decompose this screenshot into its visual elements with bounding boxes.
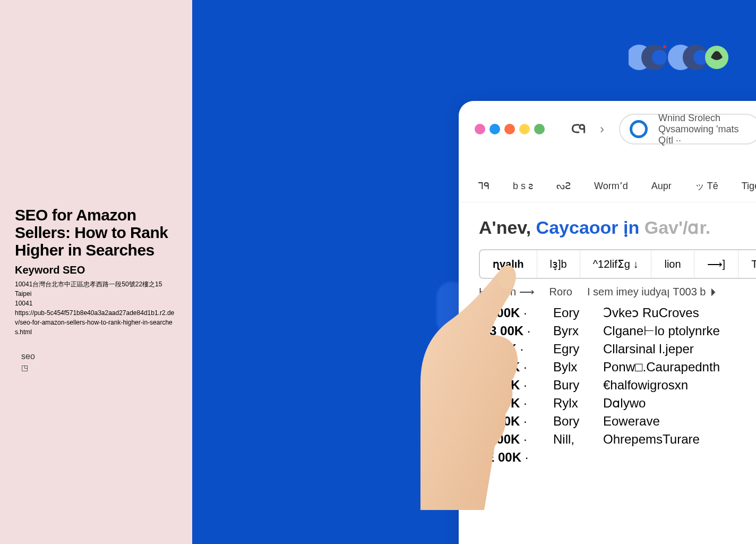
table-row: 32 00KBoryEowerave xyxy=(479,414,756,429)
page-title: SEO for Amazon Sellers: How to Rank High… xyxy=(15,206,177,259)
tab-item[interactable]: Aupr xyxy=(651,181,672,192)
address-bar[interactable]: Wnind Srolech Qvsamowing 'mats Qítl ·· xyxy=(619,114,756,144)
svg-point-3 xyxy=(663,45,666,48)
meta-item: I sem imey iudyaꞁ T003 b ⏵ xyxy=(587,285,719,298)
zip-line: 10041 xyxy=(15,299,177,308)
window-dots xyxy=(475,124,545,134)
table-row: 1.3 00KByrxClgane⊢lo ptolynrke xyxy=(479,324,756,338)
sidebar: SEO for Amazon Sellers: How to Rank High… xyxy=(0,0,192,544)
filter-item[interactable]: ^12lifƩg ↓ xyxy=(580,250,652,278)
tab-item[interactable]: ッ Tē xyxy=(695,180,718,192)
table-row: 17 00KRylxDɑlywo xyxy=(479,396,756,411)
tab-item[interactable]: b s ƨ xyxy=(513,180,533,192)
refresh-icon[interactable]: ᑕᑫ xyxy=(571,122,585,136)
tab-item[interactable]: Wormʼd xyxy=(594,180,628,192)
svg-point-2 xyxy=(652,50,667,65)
tag-seo: seo xyxy=(15,352,177,361)
meta-row: Hŀy oun ⟶ Roro I sem imey iudyaꞁ T003 b … xyxy=(479,285,756,298)
filter-item[interactable]: lɜ̞]b xyxy=(537,250,580,278)
page-subtitle: Keyword SEO xyxy=(15,264,177,276)
address-text: Wnind Srolech Qvsamowing 'mats Qítl ·· xyxy=(658,113,751,146)
dot-icon xyxy=(534,124,545,134)
search-heading: A'nev, Caycaoor iฺn Gav'/ɑr. xyxy=(479,213,756,242)
keyword-table: 68 00KEoryƆvkeɔ RuCroves 1.3 00KByrxClga… xyxy=(479,305,756,465)
city-line: Taipei xyxy=(15,289,177,299)
table-row: 8I 00KEgryCllarsinal l.jeper xyxy=(479,342,756,356)
tab-item[interactable]: ᒣᑫ xyxy=(478,180,489,192)
filter-item[interactable]: ⟶] xyxy=(694,250,739,278)
table-row: 32 00KBury€halfowigrosxn xyxy=(479,378,756,393)
loading-ring-icon xyxy=(630,120,648,138)
table-row: 8E 00K xyxy=(479,450,756,465)
table-row: 50 00KNill,OhrepemsTurare xyxy=(479,432,756,447)
table-row: 68 00KEoryƆvkeɔ RuCroves xyxy=(479,305,756,320)
hero-illustration: ᑕᑫ › Wnind Srolech Qvsamowing 'mats Qítl… xyxy=(192,0,756,544)
chevron-right-icon[interactable]: › xyxy=(600,122,604,137)
filter-item[interactable]: T|ƙ xyxy=(738,250,756,278)
logo-cluster xyxy=(629,41,729,73)
filter-item[interactable]: lion xyxy=(651,251,694,278)
meta-item: Roro xyxy=(549,286,572,298)
dot-icon xyxy=(519,124,530,134)
nav-tabs: ᒣᑫ b s ƨ ᔓƧ Wormʼd Aupr ッ Tē Tiger̀v, | … xyxy=(459,156,756,202)
tab-item[interactable]: Tiger̀v, xyxy=(742,180,756,192)
table-row: 80 00KBylxPonw□.Caurapednth xyxy=(479,360,756,375)
address-line: 10041台灣台北市中正區忠孝西路一段50號22樓之15 xyxy=(15,279,177,289)
dot-icon xyxy=(504,124,515,134)
source-url: https://pub-5c454f571b8e40a3a2aad27ade84… xyxy=(15,308,177,337)
browser-toolbar: ᑕᑫ › Wnind Srolech Qvsamowing 'mats Qítl… xyxy=(459,114,756,156)
filter-item[interactable]: ɳvalıh xyxy=(480,250,537,278)
browser-window: ᑕᑫ › Wnind Srolech Qvsamowing 'mats Qítl… xyxy=(459,101,756,544)
tab-item[interactable]: ᔓƧ xyxy=(556,180,571,192)
placeholder-icon: ◳ xyxy=(15,363,177,372)
dot-icon xyxy=(475,124,485,134)
dot-icon xyxy=(489,124,500,134)
filter-bar: ɳvalıh lɜ̞]b ^12lifƩg ↓ lion ⟶] T|ƙ ⟶ Ex… xyxy=(479,249,756,279)
meta-item: Hŀy oun ⟶ xyxy=(479,285,535,298)
page-content: A'nev, Caycaoor iฺn Gav'/ɑr. ɳvalıh lɜ̞]… xyxy=(459,202,756,465)
